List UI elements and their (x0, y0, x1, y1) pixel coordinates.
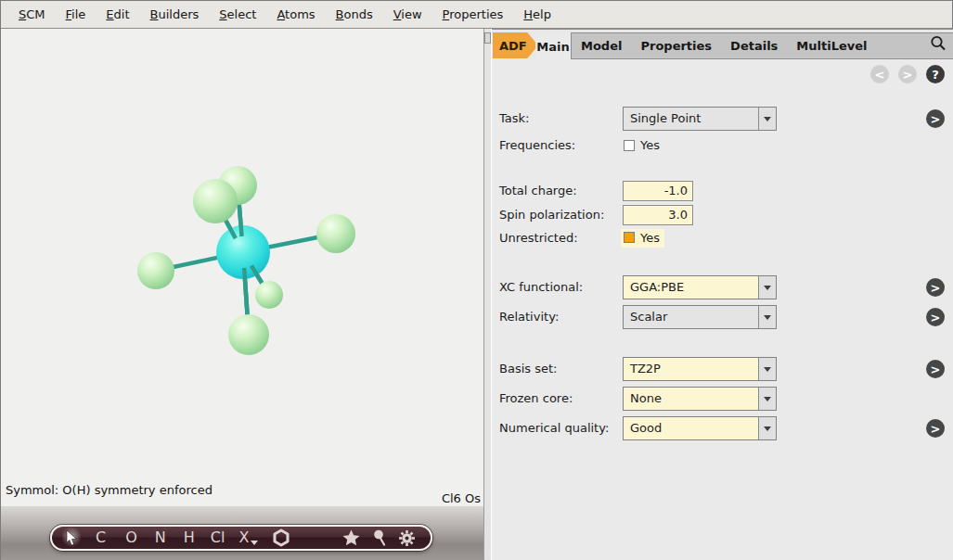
ligand-atom[interactable] (255, 281, 283, 309)
symmetry-status: Symmol: O(H) symmetry enforced (6, 483, 212, 497)
adf-badge[interactable]: ADF (493, 32, 538, 58)
search-button[interactable] (929, 34, 947, 53)
numerical-quality-combobox[interactable]: Good (623, 416, 777, 440)
ligand-atom[interactable] (193, 179, 238, 223)
frozen-core-value: None (630, 391, 662, 405)
tab-bar: ADF Main Model Properties Details MultiL… (492, 29, 953, 59)
relativity-detail-button[interactable]: > (926, 308, 945, 326)
chevron-down-icon (764, 117, 771, 121)
tab-main[interactable]: Main (535, 32, 571, 60)
menu-bar: SCM File Edit Builders Select Atoms Bond… (1, 1, 952, 29)
basis-set-detail-button[interactable]: > (926, 360, 945, 378)
frozen-core-dropdown-button[interactable] (758, 388, 776, 410)
spin-polarization-label: Spin polarization: (499, 208, 604, 223)
molecular-formula: Cl6 Os (442, 491, 481, 505)
xc-functional-value: GGA:PBE (630, 280, 684, 294)
menu-item[interactable]: File (56, 4, 97, 25)
numerical-quality-dropdown-button[interactable] (758, 417, 776, 439)
ligand-atom[interactable] (316, 214, 355, 253)
relativity-value: Scalar (630, 310, 667, 324)
help-button[interactable]: ? (926, 65, 945, 83)
pointer-arrow-icon (65, 529, 78, 546)
frequencies-label: Frequencies: (499, 138, 575, 153)
select-cursor-tool[interactable] (62, 528, 81, 548)
element-button-N[interactable]: N (155, 527, 166, 549)
chevron-down-icon (764, 367, 771, 372)
gear-icon (398, 529, 416, 547)
menu-item[interactable]: Select (209, 4, 266, 25)
basis-set-dropdown-button[interactable] (758, 358, 776, 380)
relativity-label: Relativity: (499, 310, 559, 325)
basis-set-value: TZ2P (630, 362, 661, 375)
pin-tool-button[interactable] (372, 529, 387, 546)
chevron-down-icon (764, 426, 771, 431)
chevron-down-icon (764, 286, 771, 290)
chevron-down-icon (764, 315, 771, 320)
builder-toolstrip: C O N H Cl X (1, 506, 483, 560)
element-picker-caret-icon (251, 541, 258, 545)
back-button[interactable]: < (870, 65, 889, 83)
tab-item[interactable]: Properties (631, 39, 721, 53)
relativity-dropdown-button[interactable] (758, 306, 776, 328)
unrestricted-label: Unrestricted: (499, 231, 578, 246)
total-charge-label: Total charge: (499, 184, 577, 198)
panel-splitter[interactable] (483, 29, 492, 560)
unrestricted-yes-label[interactable]: Yes (640, 231, 660, 246)
numerical-quality-value: Good (630, 421, 662, 435)
element-button-O[interactable]: O (125, 527, 137, 549)
element-button-C[interactable]: C (96, 527, 106, 549)
tab-item[interactable]: Model (572, 39, 631, 53)
xc-functional-dropdown-button[interactable] (758, 276, 776, 299)
frequencies-yes-label[interactable]: Yes (640, 138, 660, 153)
menu-item[interactable]: SCM (8, 4, 56, 25)
menu-item[interactable]: Help (513, 4, 561, 25)
xc-functional-detail-button[interactable]: > (926, 278, 945, 297)
ligand-atom[interactable] (137, 252, 174, 289)
numerical-quality-label: Numerical quality: (499, 421, 609, 436)
basis-set-combobox[interactable]: TZ2P (623, 357, 777, 381)
splitter-handle[interactable] (484, 32, 491, 44)
element-button-H[interactable]: H (184, 527, 195, 549)
total-charge-field[interactable]: -1.0 (623, 181, 693, 201)
task-label: Task: (499, 111, 529, 126)
forward-button[interactable]: > (898, 65, 917, 83)
numerical-quality-detail-button[interactable]: > (926, 419, 945, 438)
input-panel: ADF Main Model Properties Details MultiL… (492, 29, 953, 560)
task-dropdown-button[interactable] (758, 108, 776, 130)
spin-polarization-field[interactable]: 3.0 (623, 205, 693, 225)
ligand-atom[interactable] (228, 314, 269, 355)
hexagon-ring-icon (272, 528, 290, 547)
menu-item[interactable]: Builders (140, 4, 210, 25)
task-detail-button[interactable]: > (926, 109, 945, 128)
settings-button[interactable] (398, 529, 416, 547)
menu-item[interactable]: Bonds (326, 4, 383, 25)
relativity-combobox[interactable]: Scalar (623, 305, 777, 329)
menu-item[interactable]: Edit (96, 4, 139, 25)
menu-item[interactable]: Atoms (266, 4, 325, 25)
star-icon (342, 529, 360, 546)
frozen-core-label: Frozen core: (499, 391, 573, 406)
task-value: Single Point (630, 111, 701, 125)
task-combobox[interactable]: Single Point (623, 107, 777, 131)
molecule-viewer[interactable]: Symmol: O(H) symmetry enforced Cl6 Os (1, 29, 483, 506)
xc-functional-label: XC functional: (499, 280, 583, 295)
element-toolbar: C O N H Cl X (50, 525, 432, 551)
molecule-canvas[interactable] (1, 29, 483, 506)
menu-item[interactable]: View (383, 4, 432, 25)
chevron-down-icon (764, 397, 771, 401)
favorites-button[interactable] (342, 529, 360, 546)
search-icon (929, 34, 947, 53)
application-window: SCM File Edit Builders Select Atoms Bond… (0, 0, 953, 560)
element-button-Cl[interactable]: Cl (211, 527, 225, 549)
element-picker-button[interactable]: X (238, 527, 249, 549)
frequencies-checkbox[interactable] (624, 140, 635, 151)
xc-functional-combobox[interactable]: GGA:PBE (623, 275, 777, 299)
tab-group: Model Properties Details MultiLevel (571, 32, 953, 59)
tab-item[interactable]: Details (721, 39, 787, 53)
ring-tool-button[interactable] (272, 528, 290, 547)
menu-item[interactable]: Properties (432, 4, 514, 25)
frozen-core-combobox[interactable]: None (623, 387, 777, 411)
basis-set-label: Basis set: (499, 362, 557, 376)
tab-item[interactable]: MultiLevel (787, 39, 876, 53)
unrestricted-checkbox[interactable] (624, 232, 635, 243)
